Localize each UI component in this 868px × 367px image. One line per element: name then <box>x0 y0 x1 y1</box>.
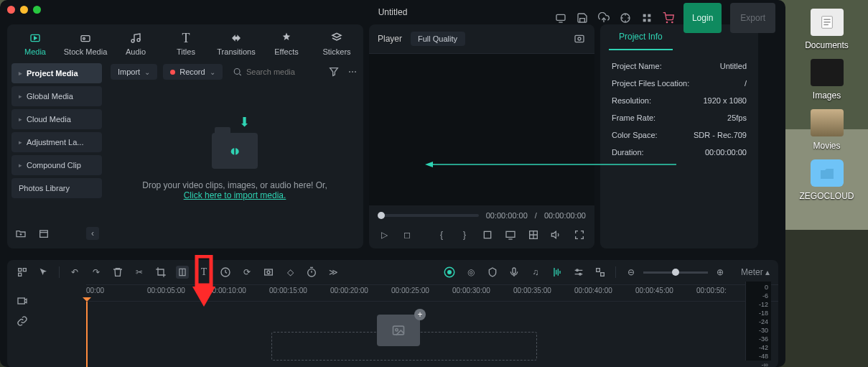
ruler-tick: 00:00:25:00 <box>391 287 429 294</box>
redo-icon[interactable]: ↷ <box>90 266 103 279</box>
cut-icon[interactable]: ✂ <box>133 266 146 279</box>
tab-effects[interactable]: Effects <box>263 29 310 59</box>
tab-media[interactable]: Media <box>11 29 59 59</box>
timeline-track-area[interactable]: + <box>86 302 778 359</box>
cart-icon[interactable] <box>662 11 675 24</box>
stop-icon[interactable]: ◻ <box>401 228 414 241</box>
sidebar-item-project-media[interactable]: ▸Project Media <box>11 63 102 83</box>
playhead[interactable] <box>86 302 88 367</box>
timer-icon[interactable] <box>305 266 318 279</box>
sidebar-item-compound-clip[interactable]: ▸Compound Clip <box>11 155 102 175</box>
sidebar-item-cloud-media[interactable]: ▸Cloud Media <box>11 109 102 129</box>
desktop: Documents Images Movies ZEGOCLOUD <box>785 0 868 367</box>
zoom-slider[interactable] <box>643 271 708 274</box>
save-icon[interactable] <box>576 11 589 24</box>
keyframe-icon[interactable]: ◇ <box>284 266 297 279</box>
cloud-upload-icon[interactable] <box>597 11 610 24</box>
ai-tool-icon[interactable] <box>443 266 456 279</box>
tab-stickers[interactable]: Stickers <box>313 29 360 59</box>
support-icon[interactable] <box>619 11 632 24</box>
crop-icon[interactable] <box>154 266 167 279</box>
clip-thumbnail[interactable]: + <box>377 315 420 346</box>
undo-icon[interactable]: ↶ <box>68 266 81 279</box>
time-total: 00:00:00:00 <box>544 211 586 220</box>
sidebar-item-adjustment-layer[interactable]: ▸Adjustment La... <box>11 132 102 152</box>
select-tool-icon[interactable] <box>16 266 29 279</box>
media-drop-zone[interactable]: ⬇ ◖◗ Drop your video clips, images, or a… <box>106 85 363 248</box>
adjust-icon[interactable] <box>572 266 585 279</box>
delete-icon[interactable] <box>111 266 124 279</box>
titlebar-actions: Login Export <box>554 3 775 33</box>
tab-titles[interactable]: T Titles <box>162 29 210 59</box>
desktop-folder-zegocloud[interactable]: ZEGOCLOUD <box>785 159 868 201</box>
rotate-icon[interactable]: ⟳ <box>241 266 253 279</box>
search-media[interactable] <box>228 63 322 80</box>
snapshot-icon[interactable] <box>573 32 586 45</box>
tab-transitions[interactable]: Transitions <box>213 29 260 59</box>
tab-stock-media[interactable]: Stock Media <box>62 29 109 59</box>
record-button[interactable]: Record⌄ <box>163 64 222 80</box>
sidebar-item-global-media[interactable]: ▸Global Media <box>11 86 102 106</box>
svg-rect-18 <box>506 231 515 237</box>
track-settings-icon[interactable] <box>594 266 607 279</box>
mark-in-icon[interactable]: { <box>435 228 448 241</box>
mark-out-icon[interactable]: } <box>458 228 471 241</box>
apps-grid-icon[interactable] <box>640 11 653 24</box>
audio-mix-icon[interactable]: ♫ <box>529 266 542 279</box>
volume-icon[interactable] <box>550 228 563 241</box>
export-button[interactable]: Export <box>730 3 775 33</box>
search-input[interactable] <box>246 68 317 76</box>
track-link-icon[interactable] <box>16 315 29 327</box>
info-row: Frame Rate:25fps <box>612 109 747 126</box>
player-scrubber[interactable] <box>378 214 479 217</box>
project-info-panel: Project Info Project Name:UntitledProjec… <box>600 24 758 248</box>
app-window: Untitled Login Export Media Stock Media <box>0 0 785 367</box>
svg-point-37 <box>396 329 398 331</box>
voiceover-icon[interactable] <box>508 266 521 279</box>
svg-rect-13 <box>40 231 48 237</box>
ruler-tick: 00:00 <box>86 287 104 294</box>
color-icon[interactable] <box>262 266 275 279</box>
import-button[interactable]: Import⌄ <box>111 64 157 80</box>
add-clip-button[interactable]: + <box>414 309 426 320</box>
display-icon[interactable] <box>504 228 517 241</box>
meter-toggle[interactable]: Meter ▴ <box>741 267 770 277</box>
filter-icon[interactable] <box>327 65 340 78</box>
info-row: Duration:00:00:00:00 <box>612 144 747 161</box>
tab-audio[interactable]: Audio <box>112 29 159 59</box>
new-folder-icon[interactable] <box>14 227 27 240</box>
fullscreen-icon[interactable] <box>573 228 586 241</box>
timeline-ruler[interactable]: 00:0000:00:05:0000:00:10:0000:00:15:0000… <box>86 284 778 302</box>
device-preview-icon[interactable] <box>554 11 567 24</box>
zoom-in-icon[interactable]: ⊕ <box>714 266 727 279</box>
speed-icon[interactable] <box>219 266 232 279</box>
marker-icon[interactable] <box>486 266 499 279</box>
expand-tools-icon[interactable]: ≫ <box>327 266 340 279</box>
desktop-folder-images[interactable]: Images <box>785 59 868 101</box>
ruler-tick: 00:00:40:00 <box>574 287 612 294</box>
crop-ratio-icon[interactable] <box>481 228 494 241</box>
zoom-out-icon[interactable]: ⊖ <box>625 266 638 279</box>
svg-rect-43 <box>823 19 830 19</box>
auto-beat-icon[interactable] <box>551 266 564 279</box>
text-tool-icon[interactable]: T <box>197 266 210 279</box>
player-label: Player <box>378 34 402 44</box>
login-button[interactable]: Login <box>683 3 722 33</box>
play-icon[interactable]: ▷ <box>378 228 391 241</box>
svg-rect-25 <box>265 269 273 275</box>
svg-rect-3 <box>648 14 650 17</box>
import-media-link[interactable]: Click here to import media. <box>184 190 286 200</box>
desktop-folder-movies[interactable]: Movies <box>785 109 868 151</box>
grid-overlay-icon[interactable] <box>527 228 540 241</box>
collapse-sidebar-icon[interactable]: ‹ <box>86 227 99 240</box>
player-viewport[interactable] <box>369 54 594 205</box>
render-icon[interactable]: ◎ <box>465 266 477 279</box>
split-icon[interactable] <box>176 266 189 279</box>
more-options-icon[interactable]: ⋯ <box>346 65 359 78</box>
track-video-icon[interactable] <box>16 294 29 307</box>
quality-select[interactable]: Full Quality <box>411 32 465 46</box>
desktop-folder-documents[interactable]: Documents <box>785 9 868 50</box>
pointer-tool-icon[interactable] <box>37 266 50 279</box>
sidebar-item-photos-library[interactable]: Photos Library <box>11 178 102 198</box>
new-bin-icon[interactable] <box>37 227 50 240</box>
